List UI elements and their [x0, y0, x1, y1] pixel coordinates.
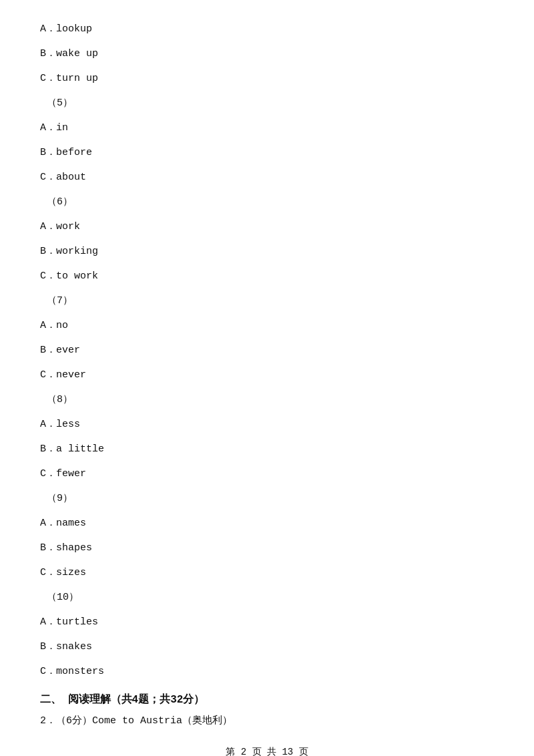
- option-b-working: B．working: [40, 242, 494, 260]
- option-c-about: C．about: [40, 168, 494, 186]
- question-number-10: （10）: [40, 588, 494, 606]
- question-number-5: （5）: [40, 94, 494, 112]
- option-c-turnup: C．turn up: [40, 69, 494, 87]
- option-c-never: C．never: [40, 366, 494, 384]
- option-b-alittle: B．a little: [40, 440, 494, 458]
- option-b-ever: B．ever: [40, 341, 494, 359]
- option-a-names: A．names: [40, 514, 494, 532]
- question-number-8: （8）: [40, 391, 494, 409]
- option-b-wakeup: B．wake up: [40, 45, 494, 63]
- option-a-work: A．work: [40, 218, 494, 236]
- option-c-monsters: C．monsters: [40, 663, 494, 681]
- option-a-less: A．less: [40, 415, 494, 433]
- question-number-6: （6）: [40, 193, 494, 211]
- page-content: A．lookup B．wake up C．turn up （5） A．in B．…: [40, 20, 494, 730]
- option-b-shapes: B．shapes: [40, 539, 494, 557]
- question-number-7: （7）: [40, 292, 494, 310]
- question-number-9: （9）: [40, 490, 494, 508]
- option-a-no: A．no: [40, 317, 494, 335]
- option-c-towork: C．to work: [40, 267, 494, 285]
- option-a-in: A．in: [40, 119, 494, 137]
- option-a-lookup: A．lookup: [40, 20, 494, 38]
- question-2-label: 2．（6分）Come to Austria（奥地利）: [40, 712, 494, 730]
- option-a-turtles: A．turtles: [40, 613, 494, 631]
- option-c-fewer: C．fewer: [40, 465, 494, 483]
- option-b-snakes: B．snakes: [40, 638, 494, 656]
- option-b-before: B．before: [40, 144, 494, 162]
- page-footer: 第 2 页 共 13 页: [40, 746, 494, 756]
- option-c-sizes: C．sizes: [40, 564, 494, 582]
- section-2-header: 二、 阅读理解（共4题；共32分）: [40, 693, 494, 707]
